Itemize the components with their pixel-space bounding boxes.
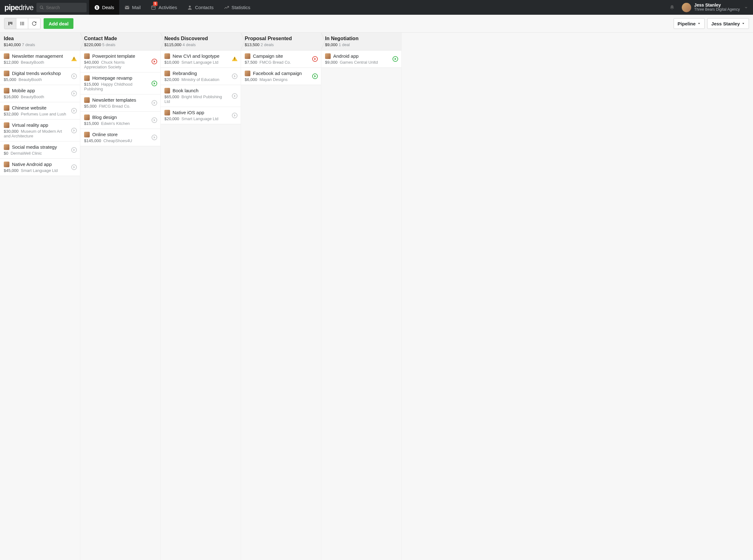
deal-meta: $9,000 Games Central Unltd — [325, 60, 389, 65]
deal-card[interactable]: New CVI and logotype$10,000 Smart Langua… — [161, 51, 241, 68]
owner-avatar — [84, 115, 90, 120]
deal-card[interactable]: Online store$145,000 CheapShoes4U — [80, 129, 160, 146]
activity-status-icon[interactable] — [232, 113, 238, 118]
deal-card[interactable]: Native iOS app$20,000 Smart Language Ltd — [161, 107, 241, 124]
deal-card[interactable]: Mobile app$16,000 BeautyBooth — [0, 85, 80, 102]
nav-activities[interactable]: 5 Activities — [145, 0, 182, 15]
deal-card[interactable]: Digital trends workshop$5,000 BeautyBoot… — [0, 68, 80, 85]
deal-card[interactable]: Android app$9,000 Games Central Unltd — [321, 51, 401, 68]
deal-meta: $7,500 FMCG Bread Co. — [245, 60, 309, 65]
add-deal-button[interactable]: Add deal — [44, 18, 74, 29]
activity-status-icon[interactable] — [152, 59, 157, 64]
deal-org: BeautyBooth — [19, 77, 42, 82]
deal-title: Newsletter management — [12, 53, 63, 59]
deal-card[interactable]: Social media strategy$0 DermaWell Clinic — [0, 141, 80, 159]
deal-org: Ministry of Education — [181, 77, 219, 82]
owner-avatar — [4, 144, 9, 150]
search-box[interactable] — [36, 3, 86, 12]
stage-body: Powerpoint template$40,000 Chuck Norris … — [80, 51, 160, 560]
deal-title: Homepage revamp — [92, 75, 133, 81]
pipeline-board: Idea$140,000 7 dealsNewsletter managemen… — [0, 33, 753, 560]
activity-status-icon[interactable] — [71, 91, 77, 96]
forecast-view-button[interactable] — [28, 18, 40, 29]
deal-card[interactable]: Newsletter templates$5,000 FMCG Bread Co… — [80, 95, 160, 112]
nav-statistics[interactable]: Statistics — [219, 0, 255, 15]
stage-summary: $115,000 4 deals — [164, 42, 237, 47]
deal-amount: $0 — [4, 151, 8, 156]
stage-count: 7 deals — [22, 42, 35, 47]
deal-card[interactable]: Virtual reality app$30,000 Museum of Mod… — [0, 120, 80, 141]
user-org: Three Bears Digital Agency — [694, 7, 740, 12]
activity-status-icon[interactable] — [152, 81, 157, 86]
pipeline-dropdown[interactable]: Pipeline — [674, 18, 705, 29]
list-view-button[interactable] — [16, 18, 28, 29]
nav-activities-label: Activities — [158, 5, 177, 10]
user-menu[interactable]: Jess Stanley Three Bears Digital Agency — [682, 3, 748, 12]
activity-status-icon[interactable] — [312, 74, 318, 79]
deal-card[interactable]: Homepage revamp$15,000 Happy Childhood P… — [80, 73, 160, 95]
owner-dropdown[interactable]: Jess Stanley — [707, 18, 749, 29]
deal-card[interactable]: Chinese website$32,000 Perfumes Luxe and… — [0, 102, 80, 120]
mail-icon — [124, 5, 130, 11]
deal-title: Rebranding — [173, 71, 197, 76]
nav-deals[interactable]: $ Deals — [89, 0, 119, 15]
activity-status-icon[interactable] — [71, 108, 77, 114]
deal-card[interactable]: Powerpoint template$40,000 Chuck Norris … — [80, 51, 160, 73]
logo[interactable]: pipedrive — [4, 3, 33, 12]
activity-status-icon[interactable] — [312, 56, 318, 62]
stage-count: 5 deals — [102, 42, 116, 47]
deal-card[interactable]: Book launch$65,000 Bright Mind Publishin… — [161, 85, 241, 107]
activity-status-icon[interactable] — [71, 164, 77, 170]
warning-icon[interactable] — [232, 57, 238, 61]
stage-header[interactable]: Proposal Presented$13,500 2 deals — [241, 33, 321, 51]
activity-status-icon[interactable] — [152, 100, 157, 106]
deal-card[interactable]: Facebook ad campaign$6,000 Mayan Designs — [241, 68, 321, 85]
notifications-button[interactable] — [669, 5, 675, 11]
deal-card[interactable]: Native Android app$45,000 Smart Language… — [0, 159, 80, 176]
activity-status-icon[interactable] — [393, 56, 398, 62]
deal-org: Smart Language Ltd — [181, 116, 218, 121]
deal-org: Games Central Unltd — [340, 60, 378, 65]
activity-status-icon[interactable] — [152, 117, 157, 123]
caret-down-icon — [697, 22, 700, 25]
stage-count: 2 deals — [261, 42, 274, 47]
activity-status-icon[interactable] — [71, 147, 77, 153]
deal-org: Smart Language Ltd — [21, 168, 58, 173]
nav-contacts[interactable]: Contacts — [182, 0, 218, 15]
deal-amount: $5,000 — [84, 104, 97, 108]
stage-header[interactable]: In Negotiation$9,000 1 deal — [321, 33, 401, 51]
deal-amount: $15,000 — [84, 121, 99, 126]
svg-rect-5 — [152, 6, 155, 9]
deal-org: Edwin's Kitchen — [101, 121, 130, 126]
activity-status-icon[interactable] — [232, 93, 238, 99]
nav-contacts-label: Contacts — [195, 5, 213, 10]
stage-header[interactable]: Idea$140,000 7 deals — [0, 33, 80, 51]
search-input[interactable] — [46, 5, 77, 10]
deal-title: Book launch — [173, 88, 199, 93]
activity-status-icon[interactable] — [232, 74, 238, 79]
deal-amount: $7,500 — [245, 60, 257, 65]
activity-status-icon[interactable] — [71, 128, 77, 133]
deal-card[interactable]: Blog design$15,000 Edwin's Kitchen — [80, 112, 160, 129]
owner-avatar — [4, 122, 9, 128]
nav-mail[interactable]: Mail — [119, 0, 146, 15]
deal-title: Facebook ad campaign — [253, 71, 302, 76]
deal-card[interactable]: Newsletter management$12,000 BeautyBooth — [0, 51, 80, 68]
deal-card[interactable]: Rebranding$20,000 Ministry of Education — [161, 68, 241, 85]
deal-org: Smart Language Ltd — [181, 60, 218, 65]
svg-point-9 — [189, 6, 191, 7]
deal-meta: $30,000 Museum of Modern Art and Archite… — [4, 129, 67, 138]
warning-icon[interactable] — [71, 57, 77, 61]
deal-title: Chinese website — [12, 105, 46, 111]
stage-summary: $140,000 7 deals — [4, 42, 76, 47]
svg-rect-10 — [8, 22, 9, 25]
activity-status-icon[interactable] — [71, 74, 77, 79]
deal-amount: $45,000 — [4, 168, 19, 173]
activity-status-icon[interactable] — [152, 135, 157, 140]
deal-amount: $10,000 — [164, 60, 179, 65]
stage-header[interactable]: Needs Discovered$115,000 4 deals — [161, 33, 241, 51]
deal-amount: $30,000 — [4, 129, 19, 134]
stage-header[interactable]: Contact Made$220,000 5 deals — [80, 33, 160, 51]
deal-card[interactable]: Campaign site$7,500 FMCG Bread Co. — [241, 51, 321, 68]
pipeline-view-button[interactable] — [4, 18, 16, 29]
